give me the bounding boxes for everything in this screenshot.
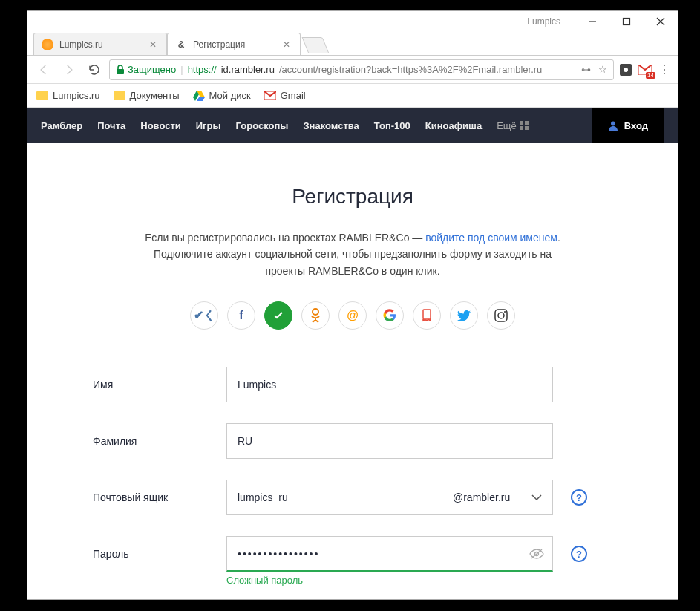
help-email-button[interactable]: ? bbox=[571, 489, 587, 506]
svg-rect-16 bbox=[423, 310, 431, 319]
social-vk-icon[interactable]: ✔く bbox=[190, 301, 218, 330]
bookmarks-bar: Lumpics.ru Документы Мой диск Gmail bbox=[27, 84, 678, 108]
surname-input[interactable] bbox=[226, 423, 553, 459]
password-strength-label: Сложный пароль bbox=[226, 575, 303, 586]
url-scheme: https:// bbox=[188, 64, 217, 75]
star-icon[interactable]: ☆ bbox=[598, 64, 607, 75]
tab-close-icon[interactable]: ✕ bbox=[281, 39, 292, 50]
svg-rect-12 bbox=[525, 126, 529, 130]
nav-news[interactable]: Новости bbox=[140, 120, 181, 131]
page-title: Регистрация bbox=[27, 185, 678, 209]
bookmark-lumpics[interactable]: Lumpics.ru bbox=[36, 90, 100, 102]
name-label: Имя bbox=[93, 379, 226, 391]
maximize-button[interactable] bbox=[609, 11, 644, 32]
row-email: Почтовый ящик @rambler.ru ? bbox=[93, 480, 612, 515]
social-ok-icon[interactable] bbox=[301, 301, 330, 330]
tab-label: Lumpics.ru bbox=[59, 39, 103, 50]
folder-icon bbox=[114, 90, 125, 102]
window-titlebar: Lumpics bbox=[27, 11, 678, 32]
gmail-icon bbox=[264, 90, 276, 102]
svg-rect-10 bbox=[525, 121, 529, 125]
row-name: Имя bbox=[93, 367, 612, 402]
address-bar: Защищено | https://id.rambler.ru/account… bbox=[27, 56, 678, 84]
forward-button[interactable] bbox=[59, 59, 79, 80]
social-sber-icon[interactable] bbox=[264, 301, 292, 330]
key-icon[interactable]: ⊶ bbox=[581, 64, 591, 75]
password-input[interactable] bbox=[226, 536, 553, 572]
email-label: Почтовый ящик bbox=[93, 491, 226, 503]
rambler-nav: Рамблер Почта Новости Игры Гороскопы Зна… bbox=[27, 108, 678, 143]
back-button[interactable] bbox=[33, 59, 54, 80]
svg-rect-11 bbox=[520, 126, 523, 130]
row-surname: Фамилия bbox=[93, 423, 612, 459]
social-facebook-icon[interactable]: f bbox=[227, 301, 255, 330]
url-path: /account/registration?back=https%3A%2F%2… bbox=[279, 64, 542, 75]
email-input[interactable] bbox=[226, 480, 442, 515]
email-domain-select[interactable]: @rambler.ru bbox=[442, 480, 553, 515]
svg-point-18 bbox=[498, 313, 504, 318]
nav-games[interactable]: Игры bbox=[196, 120, 221, 131]
help-password-button[interactable]: ? bbox=[571, 546, 587, 562]
tab-close-icon[interactable]: ✕ bbox=[147, 39, 159, 50]
url-host: id.rambler.ru bbox=[221, 64, 275, 75]
login-link[interactable]: войдите под своим именем bbox=[425, 232, 557, 244]
lock-icon: Защищено bbox=[116, 64, 176, 75]
social-buttons: ✔く f @ bbox=[27, 301, 678, 330]
social-mailru-icon[interactable]: @ bbox=[338, 301, 367, 330]
svg-point-13 bbox=[611, 122, 615, 126]
tab-lumpics[interactable]: Lumpics.ru ✕ bbox=[33, 33, 167, 55]
svg-rect-1 bbox=[624, 19, 630, 25]
social-livejournal-icon[interactable] bbox=[413, 301, 441, 330]
social-instagram-icon[interactable] bbox=[487, 301, 515, 330]
menu-button[interactable]: ⋮ bbox=[657, 62, 672, 77]
page-content: Рамблер Почта Новости Игры Гороскопы Зна… bbox=[27, 108, 678, 599]
password-label: Пароль bbox=[93, 548, 226, 560]
bookmark-drive[interactable]: Мой диск bbox=[193, 90, 251, 102]
registration-form: Имя Фамилия Почтовый ящик @rambler.ru bbox=[78, 367, 627, 572]
close-button[interactable] bbox=[644, 11, 678, 32]
bookmark-gmail[interactable]: Gmail bbox=[264, 90, 306, 102]
omnibox[interactable]: Защищено | https://id.rambler.ru/account… bbox=[109, 59, 614, 80]
svg-point-15 bbox=[313, 309, 318, 315]
gmail-count: 14 bbox=[646, 72, 655, 79]
minimize-button[interactable] bbox=[575, 11, 609, 32]
nav-horoscope[interactable]: Гороскопы bbox=[236, 120, 289, 131]
tab-label: Регистрация bbox=[193, 39, 245, 50]
nav-cinema[interactable]: Киноафиша bbox=[425, 120, 482, 131]
social-google-icon[interactable] bbox=[376, 301, 404, 330]
svg-point-6 bbox=[624, 68, 628, 72]
reload-button[interactable] bbox=[84, 59, 105, 80]
user-icon bbox=[608, 120, 618, 131]
tabstrip: Lumpics.ru ✕ & Регистрация ✕ bbox=[27, 32, 678, 56]
svg-rect-9 bbox=[520, 121, 523, 125]
row-password: Пароль ? Сложный пароль bbox=[93, 536, 612, 572]
nav-rambler[interactable]: Рамблер bbox=[41, 120, 82, 131]
name-input[interactable] bbox=[226, 367, 553, 402]
new-tab-button[interactable] bbox=[302, 37, 330, 53]
nav-top100[interactable]: Топ-100 bbox=[374, 120, 410, 131]
registration-page: Регистрация Если вы регистрировались на … bbox=[27, 143, 678, 599]
favicon-lumpics-icon bbox=[42, 39, 53, 50]
nav-mail[interactable]: Почта bbox=[97, 120, 125, 131]
eye-icon[interactable] bbox=[529, 549, 544, 559]
folder-icon bbox=[36, 90, 48, 102]
nav-dating[interactable]: Знакомства bbox=[303, 120, 359, 131]
svg-point-19 bbox=[504, 311, 506, 313]
chevron-down-icon bbox=[531, 494, 542, 500]
window-title: Lumpics bbox=[527, 16, 560, 27]
svg-rect-4 bbox=[117, 69, 124, 74]
login-button[interactable]: Вход bbox=[592, 108, 664, 143]
drive-icon bbox=[193, 90, 205, 102]
page-description: Если вы регистрировались на проектах RAM… bbox=[130, 229, 575, 279]
social-twitter-icon[interactable] bbox=[450, 301, 478, 330]
secure-label: Защищено bbox=[128, 64, 176, 75]
gmail-extension-icon[interactable]: 14 bbox=[638, 62, 652, 77]
extension-icon[interactable] bbox=[618, 62, 633, 77]
favicon-rambler-icon: & bbox=[175, 39, 187, 50]
bookmark-documents[interactable]: Документы bbox=[114, 90, 180, 102]
tab-registration[interactable]: & Регистрация ✕ bbox=[167, 33, 301, 55]
surname-label: Фамилия bbox=[93, 435, 226, 447]
nav-more[interactable]: Ещё bbox=[497, 120, 529, 131]
